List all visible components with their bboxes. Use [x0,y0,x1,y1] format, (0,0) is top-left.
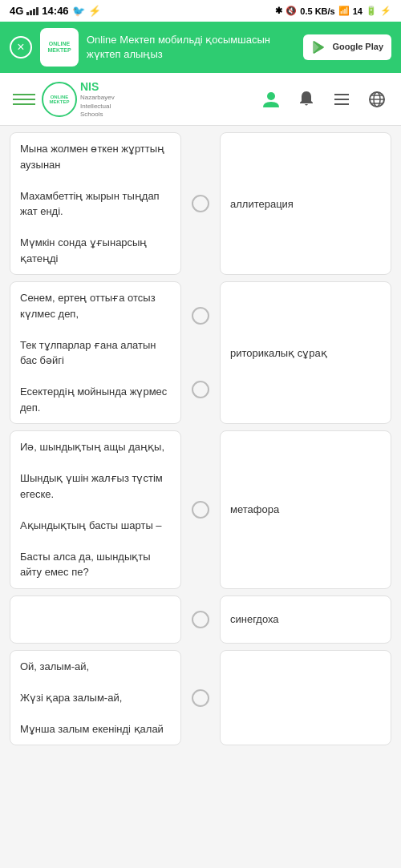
network-label: 4G [10,5,23,17]
right-text-1: аллитерация [220,132,391,275]
match-pair-4: синегдоха [10,595,391,644]
right-text-5 [220,650,391,746]
banner-close-button[interactable]: × [10,36,32,59]
wifi-icon: 📶 [338,6,350,16]
lightning-icon: ⚡ [380,6,391,16]
match-pair-1: Мына жолмен өткен жұрттың аузынан Махамб… [10,132,391,275]
radio-2-2[interactable] [192,381,209,398]
svg-point-0 [267,92,275,100]
banner-logo-text: ONLINEMEKTEP [47,41,71,55]
google-play-icon [311,39,327,55]
status-bar: 4G 14:46 🐦 ⚡ ✱ 🔇 0.5 KB/s 📶 14 🔋 ⚡ [0,0,401,22]
radio-1-1[interactable] [192,195,209,212]
google-play-label: Google Play [332,42,383,52]
sound-icon: 🔇 [286,6,297,16]
left-text-2: Сенем, ертең оттыға отсыз күлмес деп, Те… [10,281,181,424]
battery-label: 14 [353,6,363,16]
signal-bars [26,7,38,15]
left-text-1: Мына жолмен өткен жұрттың аузынан Махамб… [10,132,181,275]
nav-logo: ONLINEMEKTEP [42,82,77,117]
match-pair-2: Сенем, ертең оттыға отсыз күлмес деп, Те… [10,281,391,424]
match-pair-5: Ой, залым-ай, Жүзі қара залым-ай, Мұнша … [10,650,391,746]
close-icon: × [17,40,24,55]
bluetooth-icon: ✱ [275,6,282,16]
radio-5-1[interactable] [192,689,209,707]
radio-4-1[interactable] [192,611,209,628]
right-text-2: риторикалық сұрақ [220,281,391,424]
battery-icon: 🔋 [366,6,377,16]
status-right: ✱ 🔇 0.5 KB/s 📶 14 🔋 ⚡ [275,6,391,16]
radio-group-4 [188,595,213,644]
power-icon: ⚡ [88,5,101,17]
left-text-5: Ой, залым-ай, Жүзі қара залым-ай, Мұнша … [10,650,181,746]
radio-group-5 [188,650,213,746]
time-label: 14:46 [42,5,68,17]
left-text-3: Иə, шындықтың ащы даңқы, Шындық үшін жал… [10,430,181,589]
language-icon[interactable] [366,88,388,111]
match-pair-3: Иə, шындықтың ащы даңқы, Шындық үшін жал… [10,430,391,589]
nis-label: NIS [80,79,115,94]
menu-button[interactable] [13,88,35,111]
app-banner: × ONLINEMEKTEP Online Мектеп мобильді қо… [0,22,401,73]
navbar: ONLINEMEKTEP NIS NazarbayevIntellectualS… [0,73,401,126]
radio-group-2 [188,281,213,424]
radio-2-1[interactable] [192,307,209,325]
right-text-4: синегдоха [220,595,391,644]
notifications-icon[interactable] [295,88,318,111]
left-text-4 [10,595,181,644]
google-play-button[interactable]: Google Play [303,34,391,60]
main-content: Мына жолмен өткен жұрттың аузынан Махамб… [0,126,401,758]
svg-rect-3 [334,103,349,105]
radio-group-1 [188,132,213,275]
kbs-label: 0.5 KB/s [300,6,334,16]
nis-sublabel: NazarbayevIntellectualSchools [80,94,115,119]
banner-description: Online Мектеп мобильді қосымшасын жүктеп… [87,33,295,62]
right-text-3: метафора [220,430,391,589]
charge-icon: 🐦 [72,5,85,17]
profile-icon[interactable] [260,88,282,111]
nis-logo-group: NIS NazarbayevIntellectualSchools [80,79,115,119]
radio-group-3 [188,430,213,589]
status-left: 4G 14:46 🐦 ⚡ [10,5,101,17]
banner-logo: ONLINEMEKTEP [40,28,79,67]
nav-logo-group: ONLINEMEKTEP NIS NazarbayevIntellectualS… [42,79,253,119]
radio-3-1[interactable] [192,501,209,519]
list-icon[interactable] [330,88,353,111]
svg-rect-2 [334,99,349,100]
svg-rect-1 [334,94,349,95]
nav-icon-group [260,88,388,111]
